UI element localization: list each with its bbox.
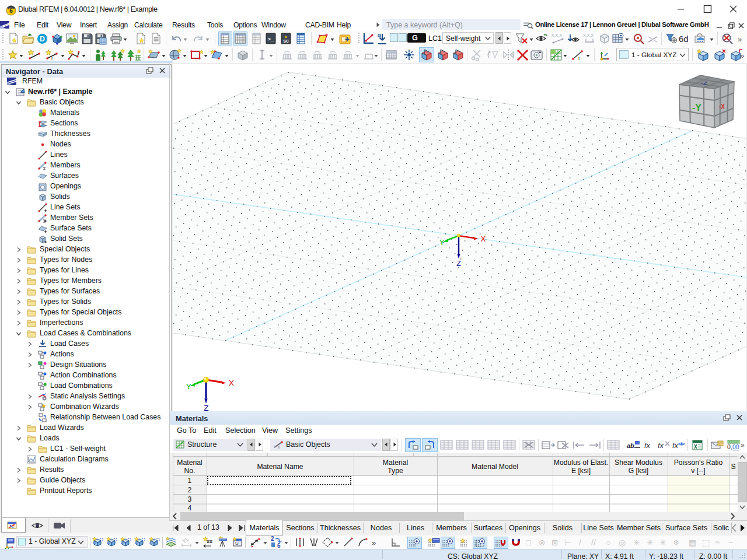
svg-text:X.X.X: X.X.X — [551, 33, 562, 37]
svg-text:X: X — [229, 379, 234, 387]
svg-text:I: I — [278, 445, 280, 449]
svg-text:Y: Y — [439, 239, 445, 247]
svg-text:I: I — [578, 56, 580, 61]
svg-text:Y: Y — [186, 382, 191, 391]
svg-text:-X: -X — [719, 103, 725, 111]
svg-text:U: U — [235, 541, 239, 546]
svg-text:6: 6 — [277, 542, 281, 549]
svg-text:-Y: -Y — [692, 103, 701, 113]
svg-text:fx: fx — [672, 441, 679, 450]
svg-text:00: 00 — [732, 443, 739, 450]
svg-text:Z: Z — [204, 404, 208, 412]
svg-text:fx: fx — [658, 441, 664, 450]
svg-text:0,: 0, — [727, 443, 732, 450]
svg-text:-Z: -Z — [701, 81, 707, 85]
svg-text:>_: >_ — [268, 37, 274, 43]
svg-text:2: 2 — [271, 536, 274, 542]
svg-text:I: I — [51, 57, 53, 61]
svg-text:xx: xx — [207, 538, 212, 544]
svg-text:6: 6 — [9, 8, 13, 14]
svg-text:fx: fx — [644, 441, 651, 450]
svg-text:X.X.X: X.X.X — [583, 33, 594, 37]
svg-text:D: D — [40, 35, 45, 43]
svg-text:X: X — [481, 235, 486, 243]
svg-text:6d: 6d — [679, 34, 689, 44]
svg-text:x: x — [184, 540, 186, 544]
svg-text:ab: ab — [627, 442, 634, 449]
svg-text:Z: Z — [456, 260, 461, 268]
svg-text:SC: SC — [283, 38, 289, 44]
